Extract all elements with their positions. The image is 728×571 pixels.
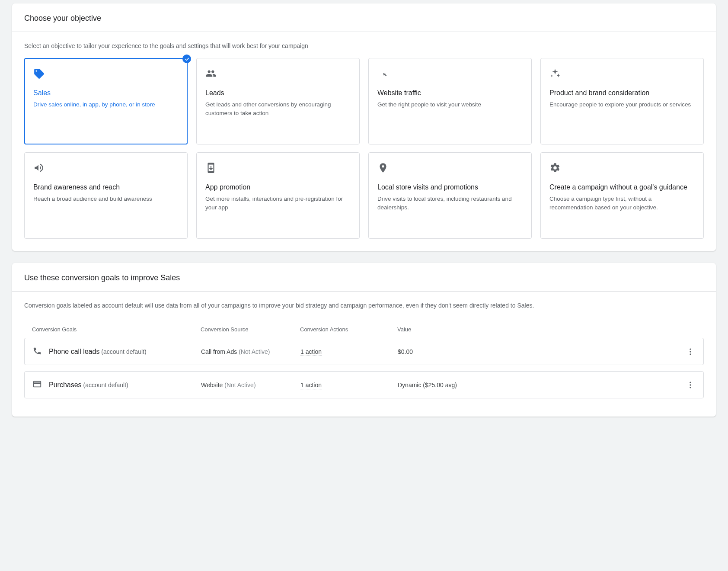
svg-point-1 [690,351,691,352]
objective-desc: Get the right people to visit your websi… [377,100,523,109]
objective-card-sales[interactable]: Sales Drive sales online, in app, by pho… [24,58,188,144]
svg-point-4 [690,384,691,385]
objective-title: Create a campaign without a goal's guida… [549,183,695,191]
phone-icon [32,346,42,357]
objective-card-app-promotion[interactable]: App promotion Get more installs, interac… [196,152,360,239]
goals-table-header: Conversion Goals Conversion Source Conve… [24,318,704,338]
col-value: Value [397,326,679,333]
objective-desc: Get more installs, interactions and pre-… [205,195,351,212]
objective-heading: Choose your objective [24,14,704,23]
click-icon [377,68,523,80]
objective-title: Local store visits and promotions [377,183,523,191]
objective-subtext: Select an objective to tailor your exper… [24,42,704,49]
goals-heading: Use these conversion goals to improve Sa… [24,273,704,282]
objective-card-local-store[interactable]: Local store visits and promotions Drive … [368,152,532,239]
objective-panel: Choose your objective Select an objectiv… [12,3,716,251]
kebab-icon[interactable] [685,346,696,357]
objective-desc: Get leads and other conversions by encou… [205,100,351,117]
goal-source-status: (Not Active) [224,382,255,388]
gear-icon [549,162,695,175]
kebab-icon[interactable] [685,380,696,390]
credit-card-icon [32,379,42,390]
objective-card-brand-awareness[interactable]: Brand awareness and reach Reach a broad … [24,152,188,239]
objective-title: Website traffic [377,89,523,97]
goal-source: Website [201,382,223,388]
goal-row-purchases[interactable]: Purchases (account default) Website (Not… [24,371,704,398]
svg-point-3 [690,382,691,383]
phone-download-icon [205,162,351,175]
objective-title: Brand awareness and reach [33,183,179,191]
megaphone-icon [33,162,179,175]
people-icon [205,68,351,80]
objective-desc: Reach a broad audience and build awarene… [33,195,179,203]
objective-grid: Sales Drive sales online, in app, by pho… [24,58,704,239]
sparkle-icon [549,68,695,80]
col-goals: Conversion Goals [32,326,201,333]
goal-actions[interactable]: 1 action [300,348,322,356]
objective-card-no-goal[interactable]: Create a campaign without a goal's guida… [540,152,704,239]
goal-source-status: (Not Active) [239,348,270,355]
goal-source: Call from Ads [201,348,237,355]
goals-subtext: Conversion goals labeled as account defa… [24,302,704,309]
goals-panel: Use these conversion goals to improve Sa… [12,263,716,417]
goal-value: Dynamic ($25.00 avg) [398,382,457,388]
objective-title: Product and brand consideration [549,89,695,97]
objective-title: Sales [33,89,179,97]
col-actions: Conversion Actions [300,326,397,333]
goal-name: Phone call leads [49,348,99,355]
objective-desc: Choose a campaign type first, without a … [549,195,695,212]
objective-card-product-brand[interactable]: Product and brand consideration Encourag… [540,58,704,144]
objective-desc: Drive visits to local stores, including … [377,195,523,212]
col-source: Conversion Source [201,326,300,333]
goal-name: Purchases [49,381,82,388]
goal-row-phone-calls[interactable]: Phone call leads (account default) Call … [24,338,704,365]
objective-title: Leads [205,89,351,97]
goal-value: $0.00 [398,348,413,355]
objective-desc: Encourage people to explore your product… [549,100,695,109]
svg-point-0 [690,348,691,350]
objective-card-website-traffic[interactable]: Website traffic Get the right people to … [368,58,532,144]
goal-default: (account default) [83,382,128,388]
check-icon [182,55,191,63]
svg-point-2 [690,353,691,355]
objective-desc: Drive sales online, in app, by phone, or… [33,100,179,109]
objective-title: App promotion [205,183,351,191]
pin-icon [377,162,523,175]
tag-icon [33,68,179,80]
svg-point-5 [690,387,691,388]
objective-card-leads[interactable]: Leads Get leads and other conversions by… [196,58,360,144]
goal-actions[interactable]: 1 action [300,382,322,389]
goal-default: (account default) [101,348,146,355]
